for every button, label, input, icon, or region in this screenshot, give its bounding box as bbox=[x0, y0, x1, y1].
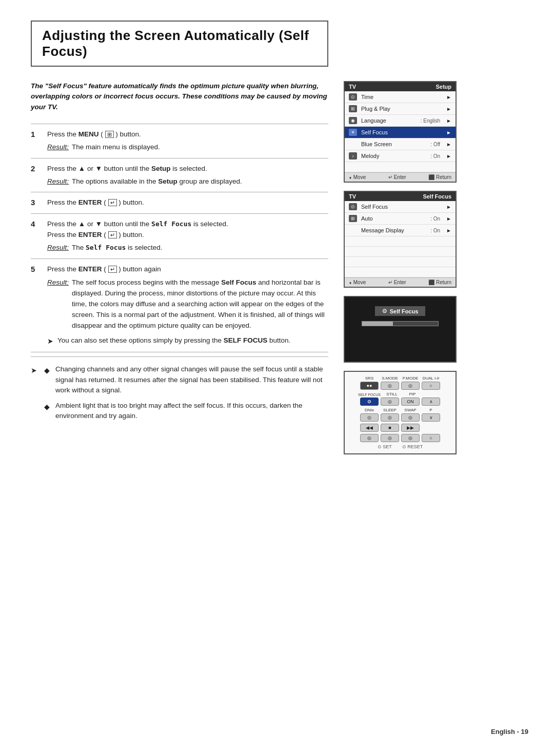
screen2-footer-move: ⬧ Move bbox=[349, 280, 366, 285]
sf-icon: ⊙ bbox=[382, 308, 387, 314]
step-4-result-text: The Self Focus is selected. bbox=[72, 243, 163, 253]
screen2-title-left: TV bbox=[349, 193, 356, 200]
remote-label-selffocus: SELF FOCUS bbox=[358, 393, 381, 396]
screen1-row-language: ◉ Language : English ► bbox=[345, 115, 456, 127]
screen2-footer-return: ⬛ Return bbox=[428, 280, 451, 285]
remote-label-p: P bbox=[422, 408, 440, 412]
screen3-selffocus: ⊙ Self Focus bbox=[344, 296, 457, 363]
remote-row2-labels: SELF FOCUS STILL PIP bbox=[349, 392, 451, 396]
screen1-body: ⊙ Time ► ⊞ Plug & Play ► ◉ Language : En… bbox=[345, 91, 456, 172]
screen1-footer-enter: ↵ Enter bbox=[388, 174, 406, 180]
remote-btn-down: ∨ bbox=[422, 413, 440, 422]
screen1-time-label: Time bbox=[361, 94, 442, 100]
left-content: The "Self Focus" feature automatically f… bbox=[31, 81, 328, 718]
tip-bullet-icon-2: ◆ bbox=[44, 402, 51, 422]
screen2-message-arrow: ► bbox=[446, 228, 451, 233]
step-2-instruction: Press the ▲ or ▼ button until the Setup … bbox=[47, 165, 207, 172]
screen2-icon-3 bbox=[349, 227, 357, 234]
step-5-number: 5 bbox=[31, 265, 40, 273]
remote-row5-btns: ◎ ◎ ◎ ○ bbox=[349, 434, 451, 442]
right-diagrams: TV Setup ⊙ Time ► ⊞ Plug & Play ► bbox=[344, 81, 528, 718]
step-2-content: Press the ▲ or ▼ button until the Setup … bbox=[47, 164, 328, 187]
screen1-row-plug: ⊞ Plug & Play ► bbox=[345, 103, 456, 115]
remote-btn-stop: ■ bbox=[381, 424, 399, 432]
page-footer: English - 19 bbox=[31, 718, 528, 735]
remote-btn-srs: ●● bbox=[360, 382, 379, 390]
clock-icon: ⊙ bbox=[349, 93, 357, 101]
screen1-plug-label: Plug & Play bbox=[361, 106, 442, 112]
remote-label-dnie: DNIe bbox=[360, 408, 379, 412]
screen2-body: ⊙ Self Focus ► ⊞ Auto : On ► Message Dis… bbox=[345, 201, 456, 277]
remote-btn-up: ∧ bbox=[422, 397, 440, 406]
remote-btn-r4: ○ bbox=[422, 434, 440, 442]
screen2-icon-1: ⊙ bbox=[349, 203, 357, 210]
screen2-title-right: Self Focus bbox=[423, 193, 451, 200]
sf-label-text: Self Focus bbox=[390, 308, 419, 314]
globe-icon: ◉ bbox=[349, 117, 357, 124]
remote-label-still: STILL bbox=[383, 392, 401, 396]
screen1-melody-arrow: ► bbox=[446, 153, 451, 159]
tip-arrow-icon: ➤ bbox=[31, 365, 39, 376]
sf-progress-bar bbox=[362, 321, 439, 326]
screen2-row-blank4 bbox=[345, 267, 456, 277]
remote-btn-dual: ○ bbox=[422, 382, 440, 390]
screen2-auto-label: Auto bbox=[361, 215, 426, 222]
remote-btn-r2: ◎ bbox=[381, 434, 399, 442]
page-title-box: Adjusting the Screen Automatically (Self… bbox=[31, 21, 328, 67]
screen1-row-bluescreen: Blue Screen : Off ► bbox=[345, 138, 456, 150]
screen1-title-left: TV bbox=[349, 84, 356, 90]
remote-btn-selffocus: ⊙ bbox=[360, 397, 379, 406]
screen1-footer-return: ⬛ Return bbox=[428, 174, 451, 180]
screen2-icon-2: ⊞ bbox=[349, 215, 357, 222]
screen1-row-melody: ♪ Melody : On ► bbox=[345, 150, 456, 162]
remote-row4-btns: ◀◀ ■ ▶▶ bbox=[349, 424, 451, 432]
screen1-selffocus-label: Self Focus bbox=[361, 129, 442, 135]
step-5-instruction: Press the ENTER ( ↵ ) button again bbox=[47, 265, 161, 273]
screen1-title-right: Setup bbox=[436, 84, 451, 90]
blank-icon-1 bbox=[349, 141, 357, 148]
screen1-tv: TV Setup ⊙ Time ► ⊞ Plug & Play ► bbox=[344, 81, 457, 183]
remote-footer: ⊙ SET ⊙ RESET bbox=[349, 444, 451, 449]
step-4-instruction: Press the ▲ or ▼ button until the Self F… bbox=[47, 220, 228, 238]
remote-btn-still: ◎ bbox=[381, 397, 399, 406]
remote-btn-r1: ◎ bbox=[360, 434, 379, 442]
remote-label-pip: PIP bbox=[403, 392, 422, 396]
screen2-row-blank2 bbox=[345, 247, 456, 257]
step-1-instruction: Press the MENU ( ⊞ ) button. bbox=[47, 130, 141, 138]
plug-icon: ⊞ bbox=[349, 105, 357, 112]
step-1-result-label: Result: bbox=[47, 142, 69, 153]
remote-label-pmode: P.MODE bbox=[401, 376, 420, 381]
remote-label-dual: DUAL I-II bbox=[422, 376, 440, 381]
screen2-blank-3 bbox=[349, 258, 357, 266]
step-2-result-text: The options available in the Setup group… bbox=[72, 176, 242, 187]
screen1-selffocus-arrow: ► bbox=[446, 130, 451, 135]
screen2-blank-1 bbox=[349, 238, 357, 245]
screen1-row-time: ⊙ Time ► bbox=[345, 91, 456, 103]
step-1-number: 1 bbox=[31, 130, 40, 138]
remote-btn-swap: ◎ bbox=[401, 413, 420, 422]
step-1: 1 Press the MENU ( ⊞ ) button. Result: T… bbox=[31, 124, 328, 158]
step-2: 2 Press the ▲ or ▼ button until the Setu… bbox=[31, 158, 328, 193]
remote-label-swap: SWAP bbox=[401, 408, 420, 412]
remote-btn-smode: ◎ bbox=[381, 382, 399, 390]
step-3-instruction: Press the ENTER ( ↵ ) button. bbox=[47, 198, 144, 206]
remote-btn-play: ▶▶ bbox=[401, 424, 420, 432]
remote-footer-reset: ⊙ RESET bbox=[402, 444, 423, 449]
step-1-content: Press the MENU ( ⊞ ) button. Result: The… bbox=[47, 129, 328, 153]
step-4-content: Press the ▲ or ▼ button until the Self F… bbox=[47, 219, 328, 253]
intro-paragraph: The "Self Focus" feature automatically f… bbox=[31, 81, 328, 112]
screen1-footer: ⬧ Move ↵ Enter ⬛ Return bbox=[345, 172, 456, 182]
screen1-footer-move: ⬧ Move bbox=[349, 174, 366, 180]
screen2-auto-value: : On bbox=[430, 216, 440, 222]
screen1-row-blank bbox=[345, 162, 456, 172]
footer-text: English - 19 bbox=[491, 728, 528, 735]
step-2-result-label: Result: bbox=[47, 176, 69, 187]
remote-btn-rew: ◀◀ bbox=[360, 424, 379, 432]
remote-footer-set: ⊙ SET bbox=[378, 444, 392, 449]
screen2-selffocus-arrow: ► bbox=[446, 204, 451, 210]
remote-btn-sleep: ◎ bbox=[381, 413, 399, 422]
screen2-row-selffocus: ⊙ Self Focus ► bbox=[345, 201, 456, 213]
tips-section: ➤ ◆ Changing channels and any other sign… bbox=[31, 356, 328, 421]
screen1-language-label: Language bbox=[361, 117, 417, 124]
sun-icon: ☀ bbox=[349, 129, 357, 136]
